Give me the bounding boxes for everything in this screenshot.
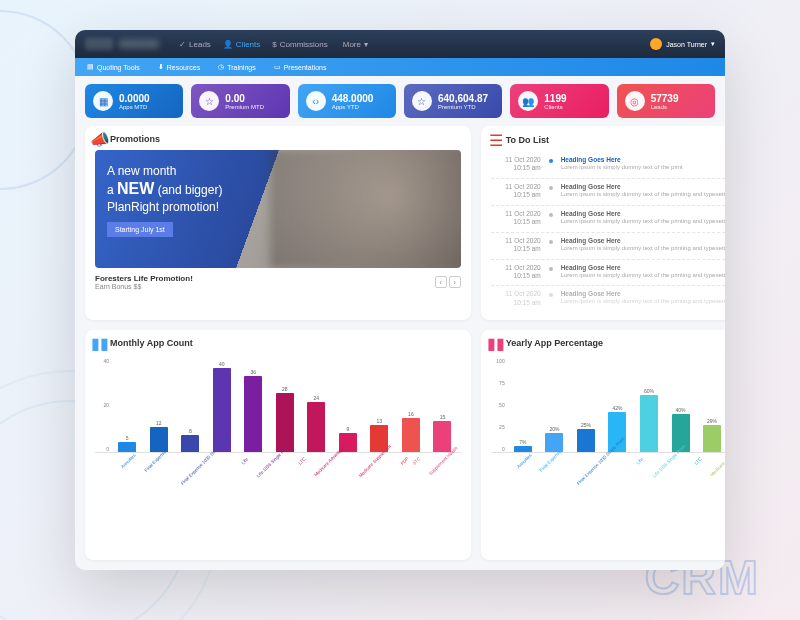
nav-label: Leads xyxy=(189,40,211,49)
monthly-chart: 402005128403628249131615AnnuitiesFinal E… xyxy=(95,354,461,552)
todo-item[interactable]: 11 Oct 202010:15 amHeading Gose HereLore… xyxy=(491,206,725,233)
todo-item[interactable]: 11 Oct 202010:15 amHeading Gose HereLore… xyxy=(491,179,725,206)
stats-row: ▦0.0000Apps MTD☆0.00Premium MTD‹›448.000… xyxy=(75,76,725,126)
target-icon: ◎ xyxy=(625,91,645,111)
brand-name: XXXXXX xyxy=(119,39,159,50)
promo-banner[interactable]: A new month a NEW (and bigger) PlanRight… xyxy=(95,150,461,268)
y-axis: 1007550250 xyxy=(491,358,505,452)
nav-more[interactable]: More▾ xyxy=(340,40,368,49)
bar-value: 28 xyxy=(282,386,288,392)
star-icon: ☆ xyxy=(412,91,432,111)
stat-premium-mtd[interactable]: ☆0.00Premium MTD xyxy=(191,84,289,118)
yearly-chart-card: ▮▮ Yearly App Percentage 10075502507%20%… xyxy=(481,330,725,560)
bar-value: 60% xyxy=(644,388,654,394)
stat-premium-ytd[interactable]: ☆640,604.87Premium YTD xyxy=(404,84,502,118)
todo-item-title: Heading Goes Here xyxy=(561,156,725,163)
todo-datetime: 11 Oct 202010:15 am xyxy=(491,210,541,227)
todo-item[interactable]: 11 Oct 202010:15 amHeading Gose HereLore… xyxy=(491,286,725,312)
bar-value: 42% xyxy=(612,405,622,411)
y-axis: 40200 xyxy=(95,358,109,452)
bullet-icon xyxy=(549,240,553,244)
download-icon: ⬇ xyxy=(158,63,164,71)
stat-value: 448.0000 xyxy=(332,93,374,104)
todo-datetime: 11 Oct 202010:15 am xyxy=(491,290,541,307)
content-grid: 📣 Promotions A new month a NEW (and bigg… xyxy=(75,126,725,570)
person-icon: 👤 xyxy=(223,40,233,49)
promotions-title: Promotions xyxy=(110,134,160,144)
todo-item-title: Heading Gose Here xyxy=(561,264,725,271)
list-icon: ☰ xyxy=(491,135,501,145)
bar-value: 12 xyxy=(156,420,162,426)
stat-label: Premium MTD xyxy=(225,104,264,110)
promo-footer-sub: Earn Bonus $$ xyxy=(95,283,193,290)
bar: 16 xyxy=(397,411,426,452)
bullet-icon xyxy=(549,186,553,190)
screen-icon: ▭ xyxy=(274,63,281,71)
nav-label: More xyxy=(343,40,361,49)
todo-item-title: Heading Gose Here xyxy=(561,290,725,297)
nav-clients[interactable]: 👤Clients xyxy=(223,40,260,49)
todo-item-desc: Lorem ipsum is simply dummy text of the … xyxy=(561,272,725,278)
stat-value: 0.0000 xyxy=(119,93,150,104)
subnav-resources[interactable]: ⬇Resources xyxy=(158,63,200,71)
nav-leads[interactable]: ✓Leads xyxy=(179,40,211,49)
promo-footer-title: Foresters Life Promotion! xyxy=(95,274,193,283)
monthly-chart-card: ▮▮ Monthly App Count 4020051284036282491… xyxy=(85,330,471,560)
bar-value: 8 xyxy=(189,428,192,434)
code-icon: ‹› xyxy=(306,91,326,111)
stat-clients[interactable]: 👥1199Clients xyxy=(510,84,608,118)
x-axis: AnnuitiesFinal ExpenseFinal Expense 1035… xyxy=(491,453,725,466)
bar-value: 36 xyxy=(251,369,257,375)
user-menu[interactable]: Jason Turner ▾ xyxy=(650,38,715,50)
todo-datetime: 11 Oct 202010:15 am xyxy=(491,183,541,200)
bar: 60% xyxy=(635,388,664,452)
todo-datetime: 11 Oct 202010:15 am xyxy=(491,237,541,254)
bullet-icon xyxy=(549,213,553,217)
stat-label: Apps YTD xyxy=(332,104,374,110)
bar-value: 40% xyxy=(676,407,686,413)
todo-datetime: 11 Oct 202010:15 am xyxy=(491,264,541,281)
nav-label: Clients xyxy=(236,40,260,49)
todo-item-title: Heading Gose Here xyxy=(561,237,725,244)
bar-value: 24 xyxy=(314,395,320,401)
megaphone-icon: 📣 xyxy=(95,134,105,144)
todo-item-title: Heading Gose Here xyxy=(561,210,725,217)
bar-value: 16 xyxy=(408,411,414,417)
todo-title: To Do List xyxy=(506,135,549,145)
subnav-presentations[interactable]: ▭Presentations xyxy=(274,63,327,71)
bar-value: 5 xyxy=(126,435,129,441)
subnav-label: Presentations xyxy=(284,64,327,71)
todo-item-desc: Lorem ipsum is simply dummy text of the … xyxy=(561,164,725,170)
todo-item[interactable]: 11 Oct 202010:15 amHeading Gose HereLore… xyxy=(491,260,725,287)
stat-leads[interactable]: ◎57739Leads xyxy=(617,84,715,118)
todo-datetime: 11 Oct 202010:15 am xyxy=(491,156,541,173)
bar: 29% xyxy=(698,418,725,453)
promo-line3: PlanRight promotion! xyxy=(107,200,449,214)
stat-label: Premium YTD xyxy=(438,104,488,110)
avatar xyxy=(650,38,662,50)
yearly-title: Yearly App Percentage xyxy=(506,338,603,348)
bar: 25% xyxy=(572,422,601,453)
bullet-icon xyxy=(549,293,553,297)
caret-down-icon: ▾ xyxy=(711,40,715,48)
promo-prev-button[interactable]: ‹ xyxy=(435,276,447,288)
nav-label: Commissions xyxy=(280,40,328,49)
subnav-quoting-tools[interactable]: ▤Quoting Tools xyxy=(87,63,140,71)
subnav: ▤Quoting Tools⬇Resources◷Trainings▭Prese… xyxy=(75,58,725,76)
stat-apps-ytd[interactable]: ‹›448.0000Apps YTD xyxy=(298,84,396,118)
x-axis: AnnuitiesFinal ExpenseFinal Expense 1035… xyxy=(95,453,461,466)
bar-value: 25% xyxy=(581,422,591,428)
stat-label: Clients xyxy=(544,104,566,110)
bar-value: 29% xyxy=(707,418,717,424)
nav-commissions[interactable]: $Commissions xyxy=(272,40,327,49)
promo-next-button[interactable]: › xyxy=(449,276,461,288)
bullet-icon xyxy=(549,159,553,163)
todo-item[interactable]: 11 Oct 202010:15 amHeading Gose HereLore… xyxy=(491,233,725,260)
clock-icon: ◷ xyxy=(218,63,224,71)
todo-item[interactable]: 11 Oct 202010:15 amHeading Goes HereLore… xyxy=(491,152,725,179)
todo-card: ☰ To Do List + Reminder 11 Oct 202010:15… xyxy=(481,126,725,320)
stat-apps-mtd[interactable]: ▦0.0000Apps MTD xyxy=(85,84,183,118)
todo-item-desc: Lorem ipsum is simply dummy text of the … xyxy=(561,245,725,251)
todo-item-desc: Lorem ipsum is simply dummy text of the … xyxy=(561,191,725,197)
subnav-trainings[interactable]: ◷Trainings xyxy=(218,63,256,71)
